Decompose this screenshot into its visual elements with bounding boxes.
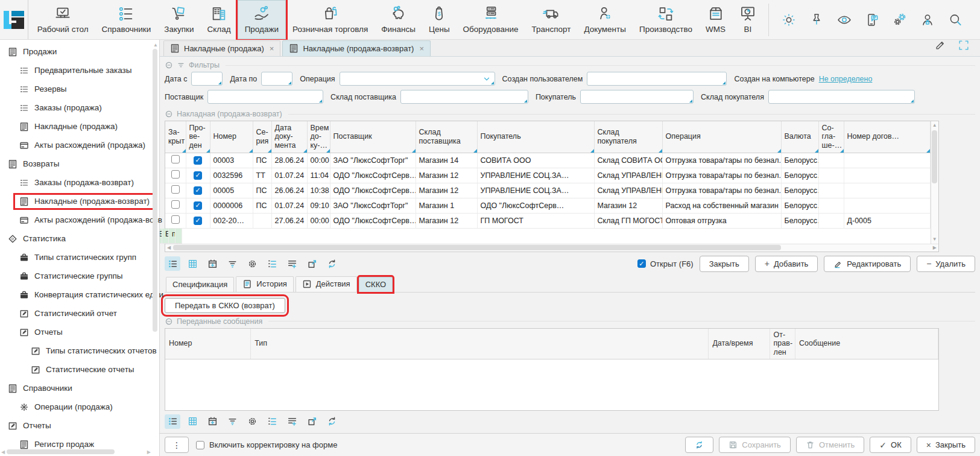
nav-item-retail[interactable]: Розничная торговля [286, 0, 375, 39]
grid-cell[interactable]: Отгрузка товара/тары по безнал.расч. … [662, 168, 781, 183]
toolbar-button-export[interactable] [304, 256, 320, 271]
sidebar-horizontal-scrollbar[interactable]: ◀ ▶ [1, 449, 151, 455]
sidebar-item-invoices-sale[interactable]: Накладные (продажа) [0, 117, 159, 136]
nav-item-production[interactable]: Производство [633, 0, 699, 39]
doc-tab-invoices-sale[interactable]: Накладные (продажа) × [163, 40, 280, 56]
grid-cell[interactable]: ПС [253, 198, 271, 213]
posted-cell[interactable]: ✓ [186, 213, 210, 228]
quick-button-feedback[interactable] [858, 6, 886, 34]
grid-cell[interactable]: Магазин 1 [416, 198, 477, 213]
grid-cell[interactable]: ЗАО "ЛюксСофтТорг" [330, 198, 416, 213]
close-icon[interactable]: × [419, 44, 424, 53]
grid-cell[interactable]: Белорусс… [781, 168, 818, 183]
sidebar-item-stat-report-types[interactable]: Типы статистических отчетов [0, 341, 159, 360]
grid-cell[interactable]: 0000006 [210, 198, 253, 213]
grid-cell[interactable] [818, 168, 844, 183]
nav-item-wms[interactable]: WMS [699, 0, 732, 39]
close-button[interactable]: Закрыть [700, 256, 749, 272]
nav-item-desktop[interactable]: Рабочий стол [31, 0, 95, 39]
grid-cell[interactable] [175, 229, 182, 244]
grid-cell[interactable]: Магазин 12 [594, 198, 662, 213]
more-menu-button[interactable]: ⋮ [165, 437, 189, 453]
column-header[interactable]: Дата/время [709, 329, 770, 359]
checkbox[interactable]: ✓ [194, 171, 202, 180]
toolbar-button-calendar[interactable] [204, 256, 220, 271]
toolbar-button-numbered-list[interactable] [264, 256, 280, 271]
scroll-left-icon[interactable]: ◀ [1, 449, 5, 455]
supplier-warehouse-input[interactable] [400, 90, 528, 104]
grid-cell[interactable]: Белорусс… [162, 229, 169, 244]
quick-button-profile[interactable] [914, 6, 941, 34]
grid-cell[interactable]: Оптовая отгрузка [662, 213, 781, 228]
add-button[interactable]: +Добавить [755, 256, 818, 272]
quick-button-pin[interactable] [803, 6, 830, 34]
sidebar-item-stat-reports[interactable]: Статистические отчеты [0, 360, 159, 379]
toolbar-button-grid-view[interactable] [185, 256, 200, 271]
grid-cell[interactable]: Отгрузка товара/тары по безнал.расч. … [662, 183, 781, 198]
grid-cell[interactable]: 00:00 [307, 213, 330, 228]
grid-cell[interactable]: Магазин 12 [416, 213, 477, 228]
sidebar-vertical-scrollbar[interactable]: ▲ [153, 42, 159, 446]
date-from-input[interactable] [191, 72, 223, 86]
toolbar-button-filter[interactable] [224, 414, 240, 429]
grid-horizontal-scrollbar[interactable]: ◀ ▶ [165, 244, 938, 252]
collapse-icon[interactable] [165, 317, 173, 326]
column-header[interactable]: Про- ве- ден [186, 121, 210, 153]
close-icon[interactable]: × [270, 44, 274, 53]
grid-cell[interactable]: Белорусс… [781, 213, 818, 228]
checkbox[interactable] [171, 200, 180, 209]
edit-button[interactable]: Редактировать [824, 256, 911, 272]
toolbar-button-export[interactable] [304, 414, 320, 429]
closed-cell[interactable] [165, 183, 186, 198]
checkbox[interactable]: ✓ [194, 217, 202, 225]
sidebar-item-preliminary-orders[interactable]: Предварительные заказы [0, 61, 159, 80]
nav-item-prices[interactable]: $ Цены [422, 0, 457, 39]
delete-button[interactable]: −Удалить [917, 256, 975, 272]
refresh-button[interactable] [685, 437, 713, 453]
posted-cell[interactable]: ✓ [186, 198, 210, 213]
detail-tab-history[interactable]: История [236, 276, 293, 292]
column-header[interactable]: Валюта [781, 121, 818, 153]
created-by-user-input[interactable] [587, 72, 727, 86]
posted-cell[interactable]: ✓ [186, 183, 210, 198]
grid-cell[interactable] [818, 213, 844, 228]
scroll-up-icon[interactable]: ▲ [932, 122, 937, 128]
sidebar-item-stat-groups[interactable]: Статистические группы [0, 267, 159, 285]
toolbar-button-calendar[interactable] [204, 414, 220, 429]
sidebar-item-operations-sale[interactable]: Операции (продажа) [0, 397, 159, 416]
column-header[interactable]: Сообщение [795, 329, 938, 359]
grid-cell[interactable]: ОДО "ЛюксСофтСерв… [330, 168, 416, 183]
grid-cell[interactable]: Магазин 12 [416, 183, 477, 198]
app-logo[interactable] [0, 0, 28, 39]
toolbar-button-add-row[interactable] [284, 414, 300, 429]
cancel-button[interactable]: Отменить [796, 437, 864, 453]
toolbar-button-list-view[interactable] [165, 414, 180, 429]
nav-item-finance[interactable]: Финансы [375, 0, 422, 39]
checkbox[interactable]: ✓ [637, 259, 646, 268]
grid-cell[interactable]: ОДО "ЛюксСофтСерв… [330, 183, 416, 198]
checkbox[interactable]: ✓ [194, 156, 202, 165]
grid-cell[interactable]: Склад УПРАВЛЕНИЕ … [594, 168, 662, 183]
adjust-on-form-checkbox[interactable]: Включить корректировку на форме [196, 440, 337, 449]
column-header[interactable]: Номер [165, 329, 251, 359]
sidebar-item-stat-report[interactable]: Статистический отчет [0, 304, 159, 323]
created-on-computer-link[interactable]: Не определено [819, 75, 873, 83]
scroll-right-icon[interactable]: ▶ [147, 449, 151, 455]
grid-cell[interactable] [818, 153, 844, 168]
closed-cell[interactable] [165, 153, 186, 168]
grid-cell[interactable]: Расход на собственный магазин [662, 198, 781, 213]
date-to-input[interactable] [261, 72, 292, 86]
grid-cell[interactable]: ПС [253, 183, 271, 198]
grid-cell[interactable]: УПРАВЛЕНИЕ СОЦ.ЗА… [477, 183, 594, 198]
grid-cell[interactable]: Склад УПРАВЛЕНИЕ … [594, 183, 662, 198]
grid-cell[interactable]: 01.07.24 [271, 198, 307, 213]
column-header[interactable]: Поставщик [330, 121, 416, 153]
grid-cell[interactable]: пер… [169, 229, 175, 244]
supplier-input[interactable] [207, 90, 323, 104]
scroll-left-icon[interactable]: ◀ [167, 245, 171, 250]
header-action-fullscreen[interactable] [957, 39, 970, 54]
save-button[interactable]: Сохранить [719, 437, 791, 453]
buyer-warehouse-input[interactable] [768, 90, 915, 104]
adjust-checkbox[interactable] [196, 441, 204, 449]
grid-cell[interactable]: Отгрузка товара/тары по безнал.расч. … [662, 153, 781, 168]
